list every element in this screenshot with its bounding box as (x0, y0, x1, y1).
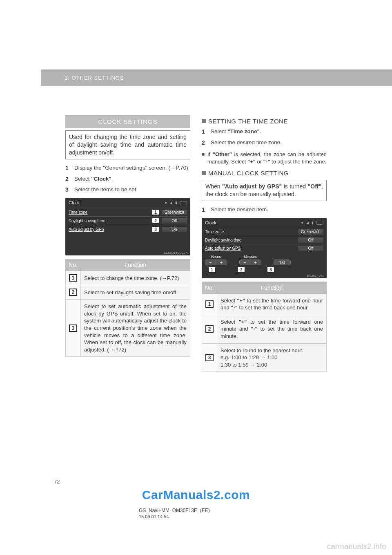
row-text: Select to set automatic adjustment of th… (81, 300, 190, 357)
row-text: Select to set daylight saving time on/of… (81, 285, 190, 300)
screenshot-titlebar: Clock ● ◢ ▮ (205, 220, 323, 225)
hours-buttons: −+ (205, 260, 227, 265)
clock-settings-intro: Used for changing the time zone and sett… (65, 130, 190, 159)
tz-steps: Select "Time zone". Select the desired t… (202, 128, 327, 147)
row-text: Select "+" to set the time forward one h… (217, 293, 327, 315)
round-group: :00 (274, 255, 291, 265)
left-steps: Display the "General settings" screen. (… (65, 164, 190, 194)
row-number: 1 (69, 274, 77, 282)
tz-note: If "Other" is selected, the zone can be … (202, 151, 327, 166)
note-bold: "+" (247, 159, 256, 165)
tb: "-" (231, 304, 238, 311)
tz-step-2: Select the desired time zone. (202, 139, 327, 147)
ss-label: Auto adjust by GPS (69, 227, 149, 232)
ss-value: Off (298, 237, 323, 243)
table-row: 3 Select to round to the nearest hour. e… (202, 343, 327, 372)
table-row: 1 Select to change the time zone. (→P.72… (66, 271, 190, 285)
table-row: 1 Select "+" to set the time forward one… (202, 293, 327, 315)
note-bold: "-" (263, 159, 270, 165)
round-button: :00 (274, 260, 291, 265)
status-icons: ● ◢ ▮ (301, 221, 323, 225)
minutes-label: Minutes (239, 255, 261, 259)
note-text: is turned (282, 183, 308, 190)
round-label: :00 (274, 260, 290, 265)
tb: "+" (237, 298, 245, 304)
screenshot-row: Time zone Greenwich (205, 228, 323, 236)
back-icon (316, 221, 323, 225)
table-header-no: No. (66, 259, 81, 271)
callout-box: 3 (152, 226, 159, 232)
screenshot-row: Auto adjust by GPS 3 On (69, 225, 187, 233)
table-row: 3 Select to set automatic adjustment of … (66, 300, 190, 357)
ss-label: Daylight saving time (69, 219, 149, 223)
minus-icon: − (205, 260, 216, 265)
setting-timezone-heading: SETTING THE TIME ZONE (202, 118, 327, 125)
tb: "-" (251, 326, 258, 332)
doc-id-line1: GS_Navi+MM_OM30F13E_(EE) (139, 507, 253, 514)
step-text: . (260, 128, 261, 134)
t: to set the time back one hour. (238, 304, 309, 311)
step-bold: "Time zone" (227, 128, 260, 134)
page: 3. OTHER SETTINGS CLOCK SETTINGS Used fo… (0, 0, 392, 555)
note-bold: "Off" (308, 183, 322, 190)
table-header-no: No. (202, 282, 217, 293)
note-bold: "Other" (213, 151, 232, 157)
ss-label: Auto adjust by GPS (205, 246, 298, 251)
clock-screenshot-1: Clock ● ◢ ▮ Time zone 1 Greenwich Daylig… (65, 198, 190, 255)
step-text: . (111, 176, 113, 182)
note-text: If (207, 151, 213, 157)
screenshot-row: Daylight saving time 2 Off (69, 216, 187, 225)
ss-label: Daylight saving time (205, 238, 298, 242)
left-column: CLOCK SETTINGS Used for changing the tim… (65, 115, 190, 372)
row-number: 1 (205, 300, 214, 308)
minus-icon: − (240, 260, 250, 265)
back-icon (180, 201, 187, 205)
adjust-row: Hours −+ Minutes −+ :00 (205, 255, 323, 265)
left-step-3: Select the items to be set. (65, 186, 190, 194)
row-number: 2 (205, 325, 214, 333)
right-column: SETTING THE TIME ZONE Select "Time zone"… (202, 115, 327, 372)
ss-label: Time zone (69, 210, 149, 215)
left-step-2: Select "Clock". (65, 175, 190, 183)
hours-label: Hours (205, 255, 227, 259)
callout-box: 2 (238, 267, 245, 273)
minutes-group: Minutes −+ (239, 255, 261, 265)
ss-value: Greenwich (162, 210, 187, 215)
bottom-callouts: 1 2 3 (205, 267, 323, 273)
screenshot-row: Auto adjust by GPS Off (205, 244, 323, 252)
right-function-table: No. Function 1 Select "+" to set the tim… (202, 282, 327, 372)
step-bold: "Clock" (91, 176, 111, 182)
ss-label: Time zone (205, 230, 298, 234)
screenshot-titlebar: Clock ● ◢ ▮ (69, 200, 187, 205)
screenshot-row: Daylight saving time Off (205, 236, 323, 244)
clock-settings-title: CLOCK SETTINGS (65, 115, 190, 128)
plus-icon: + (216, 260, 227, 265)
note-text: When (205, 183, 222, 190)
minutes-buttons: −+ (239, 260, 261, 265)
section-header: 3. OTHER SETTINGS (41, 69, 392, 86)
hours-group: Hours −+ (205, 255, 227, 265)
square-bullet-icon (202, 119, 206, 123)
status-icons: ● ◢ ▮ (165, 201, 187, 205)
screenshot-title: Clock (205, 220, 216, 225)
row-number: 3 (69, 324, 77, 332)
row-number: 3 (205, 354, 214, 361)
tb: "+" (239, 319, 247, 325)
ss-value: Off (298, 246, 323, 251)
callout-box: 3 (267, 267, 274, 273)
plus-icon: + (250, 260, 261, 265)
t: Select (220, 298, 237, 304)
table-row: 2 Select to set daylight saving time on/… (66, 285, 190, 300)
content-columns: CLOCK SETTINGS Used for changing the tim… (65, 115, 327, 372)
clock-screenshot-2: Clock ● ◢ ▮ Time zone Greenwich Daylight… (202, 218, 327, 278)
heading-text: MANUAL CLOCK SETTING (208, 170, 289, 177)
document-id: GS_Navi+MM_OM30F13E_(EE) 15.09.01 14:54 (139, 507, 253, 520)
corner-watermark: carmanuals2.info (327, 542, 386, 551)
manual-clock-note: When "Auto adjust by GPS" is turned "Off… (202, 180, 327, 201)
step-text: Select (74, 176, 91, 182)
ss-value: Off (162, 218, 187, 224)
callout-box: 1 (152, 209, 159, 215)
doc-id-line2: 15.09.01 14:54 (139, 514, 253, 520)
manual-clock-heading: MANUAL CLOCK SETTING (202, 170, 327, 177)
manual-step-1: Select the desired item. (202, 206, 327, 214)
